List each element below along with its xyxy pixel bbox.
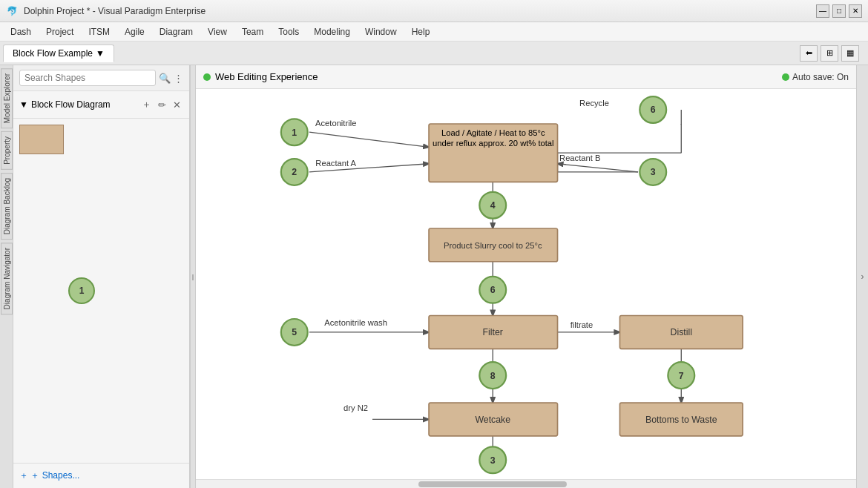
menu-item-dash[interactable]: Dash [3, 24, 39, 39]
svg-text:3: 3 [490, 455, 496, 466]
tab-label: Block Flow Example [13, 48, 93, 59]
menu-item-help[interactable]: Help [404, 24, 438, 39]
svg-text:4: 4 [490, 200, 496, 211]
close-button[interactable]: ✕ [849, 4, 862, 18]
maximize-button[interactable]: □ [832, 4, 846, 18]
tab-icon-grid[interactable]: ⊞ [821, 45, 838, 62]
canvas-toolbar: Web Editing Experience Auto save: On [196, 65, 856, 89]
web-editing-dot [203, 73, 211, 81]
left-panel: 🔍 ⋮ ▼ Block Flow Diagram ＋ ✏ ✕ 1 [13, 65, 190, 488]
svg-line-19 [558, 164, 639, 172]
block-flow-tab[interactable]: Block Flow Example ▼ [3, 44, 114, 62]
svg-text:Reactant A: Reactant A [315, 159, 356, 168]
tree-close-btn[interactable]: ✕ [171, 97, 183, 112]
app-icon: 🐬 [6, 5, 18, 17]
menu-item-window[interactable]: Window [358, 24, 404, 39]
tab-left: Block Flow Example ▼ [3, 44, 116, 62]
scrollbar-thumb[interactable] [418, 481, 567, 487]
svg-text:Wetcake: Wetcake [475, 415, 510, 425]
menu-item-view[interactable]: View [200, 24, 234, 39]
title-text: Dolphin Project * - Visual Paradigm Ente… [24, 6, 810, 16]
model-explorer-tab[interactable]: Model Explorer [1, 68, 13, 128]
expand-button[interactable]: › [856, 65, 868, 488]
svg-text:7: 7 [679, 371, 684, 381]
tree-header[interactable]: ▼ Block Flow Diagram ＋ ✏ ✕ [19, 94, 183, 115]
web-editing-label: Web Editing Experience [215, 71, 318, 82]
canvas-area: Web Editing Experience Auto save: On [196, 65, 856, 488]
svg-text:8: 8 [490, 371, 496, 381]
svg-text:3: 3 [651, 167, 656, 177]
add-shapes-icon: ＋ [19, 470, 28, 481]
svg-text:6: 6 [651, 105, 656, 115]
add-shapes-button[interactable]: ＋ ＋ Shapes... [13, 463, 189, 488]
svg-text:dry N2: dry N2 [343, 403, 368, 412]
web-editing-tab: Web Editing Experience [203, 71, 318, 82]
shape-rectangle[interactable] [19, 125, 64, 154]
main-area: Model Explorer Property Diagram Backlog … [0, 65, 868, 488]
window-controls: — □ ✕ [816, 4, 862, 18]
auto-save: Auto save: On [782, 72, 849, 82]
svg-text:Acetonitrile wash: Acetonitrile wash [324, 318, 387, 327]
auto-save-dot [782, 73, 789, 81]
search-input[interactable] [19, 70, 156, 86]
svg-line-0 [309, 132, 429, 147]
tree-title: Block Flow Diagram [31, 99, 111, 110]
auto-save-label: Auto save: On [792, 72, 849, 82]
menu-item-agile[interactable]: Agile [117, 24, 152, 39]
menu-item-itsm[interactable]: ITSM [81, 24, 117, 39]
tree-add-btn[interactable]: ＋ [139, 97, 154, 112]
add-shapes-label: ＋ Shapes... [30, 470, 79, 481]
tab-icons: ⬅ ⊞ ▦ [800, 45, 865, 62]
svg-text:Product Slurry cool to 25°c: Product Slurry cool to 25°c [444, 241, 542, 250]
menu-item-tools[interactable]: Tools [271, 24, 306, 39]
property-tab[interactable]: Property [1, 131, 13, 170]
shape-circle-1[interactable]: 1 [68, 277, 95, 304]
tab-icon-panel[interactable]: ▦ [841, 45, 859, 62]
diagram-navigator-tab[interactable]: Diagram Navigator [1, 243, 13, 314]
svg-text:2: 2 [292, 167, 297, 177]
svg-text:Bottoms to Waste: Bottoms to Waste [645, 415, 717, 425]
svg-text:5: 5 [292, 327, 297, 337]
diagram-tree: ▼ Block Flow Diagram ＋ ✏ ✕ [13, 91, 189, 119]
h-scrollbar[interactable] [196, 479, 856, 488]
svg-text:1: 1 [292, 128, 297, 138]
tree-collapse-icon: ▼ [19, 99, 28, 110]
title-bar: 🐬 Dolphin Project * - Visual Paradigm En… [0, 0, 868, 22]
svg-text:Acetonitrile: Acetonitrile [315, 119, 356, 128]
svg-text:Filter: Filter [483, 327, 503, 337]
search-icon[interactable]: 🔍 [159, 73, 171, 84]
search-more-icon[interactable]: ⋮ [174, 73, 183, 84]
collapse-handle[interactable]: ‖ [190, 65, 196, 488]
svg-text:Distill: Distill [671, 327, 692, 337]
search-bar: 🔍 ⋮ [13, 65, 189, 91]
tab-icon-back[interactable]: ⬅ [800, 45, 818, 62]
menu-bar: DashProjectITSMAgileDiagramViewTeamTools… [0, 22, 868, 42]
diagram-backlog-tab[interactable]: Diagram Backlog [1, 173, 13, 240]
menu-item-team[interactable]: Team [234, 24, 271, 39]
tree-edit-btn[interactable]: ✏ [156, 97, 168, 112]
tree-actions: ＋ ✏ ✕ [139, 97, 183, 112]
svg-text:filtrate: filtrate [571, 320, 593, 329]
minimize-button[interactable]: — [816, 4, 829, 18]
menu-item-modeling[interactable]: Modeling [306, 24, 358, 39]
menu-item-project[interactable]: Project [39, 24, 81, 39]
left-sidebar-tabs: Model Explorer Property Diagram Backlog … [0, 65, 13, 488]
shape-palette: 1 [13, 119, 189, 463]
tab-arrow: ▼ [96, 48, 105, 59]
canvas[interactable]: Load / Agitate / Heat to 85°c under refl… [196, 89, 856, 479]
tab-bar: Block Flow Example ▼ ⬅ ⊞ ▦ [0, 42, 868, 65]
menu-item-diagram[interactable]: Diagram [152, 24, 200, 39]
svg-text:Recycle: Recycle [579, 99, 609, 108]
svg-text:Reactant B: Reactant B [559, 154, 600, 162]
svg-text:6: 6 [490, 285, 496, 295]
